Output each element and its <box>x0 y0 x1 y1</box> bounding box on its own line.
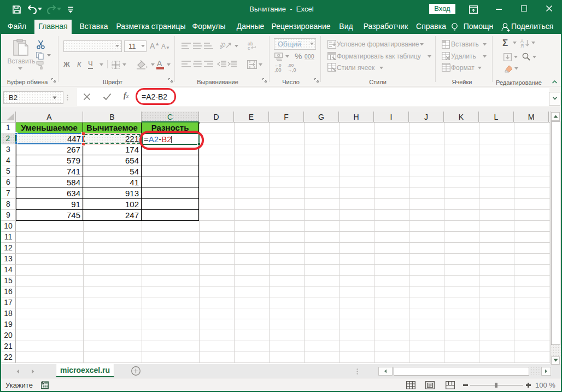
svg-text:Я: Я <box>520 43 524 48</box>
svg-text:c: c <box>248 45 250 50</box>
svg-text:ab: ab <box>220 41 227 51</box>
